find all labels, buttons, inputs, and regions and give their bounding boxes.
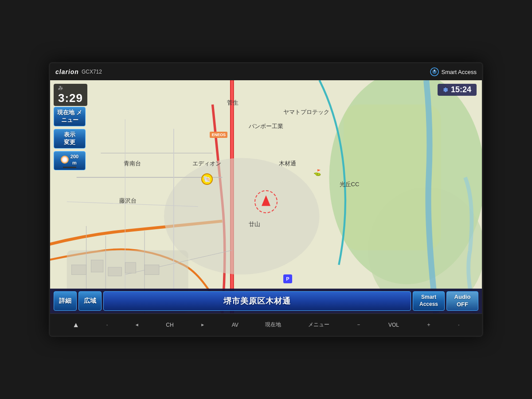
time-label: み [58, 85, 83, 91]
svg-rect-20 [125, 262, 136, 273]
av-button[interactable]: AV [232, 322, 239, 328]
smart-access-label: Smart Access [442, 69, 477, 75]
poi-golf: ⛳ [313, 169, 321, 176]
poi-parking: P [283, 274, 292, 283]
detail-wide-buttons: 詳細 広域 [54, 291, 102, 311]
ch-right-icon: ► [200, 322, 205, 327]
physical-buttons-bar: ▲ ● ◄ CH ► AV 現在地 メニュー － VOL ＋ [50, 313, 482, 336]
display-change-button[interactable]: 表示変更 [54, 129, 86, 149]
compass-icon [61, 156, 69, 164]
smart-access-button[interactable]: SmartAccess [413, 291, 445, 311]
svg-rect-21 [145, 265, 159, 274]
svg-rect-19 [108, 267, 122, 276]
brand-right: Smart Access [430, 67, 477, 76]
time-value: 3:29 [58, 91, 83, 105]
action-buttons: SmartAccess AudioOFF [413, 291, 478, 311]
screen-area: み 3:29 ❄ 15:24 菅生 青南台 エディオン 木材通 バンボー工業 ヤ… [50, 80, 482, 313]
vol-label: VOL [388, 322, 399, 328]
header-bar: clarion GCX712 Smart Access [50, 63, 482, 80]
current-location-button[interactable]: 現在地 [265, 321, 281, 329]
audio-off-button[interactable]: AudioOFF [446, 291, 478, 311]
bottom-bar: 詳細 広域 堺市美原区木材通 SmartAccess AudioOFF [50, 289, 482, 313]
poi-eneos: ENEOS [210, 132, 227, 138]
brand-left: clarion GCX712 [55, 68, 102, 75]
svg-rect-17 [72, 265, 86, 274]
position-arrow [262, 195, 270, 206]
vol-minus-button[interactable]: － [356, 321, 361, 329]
clock-display: ❄ 15:24 [438, 84, 477, 96]
left-controls: 現在地 メニュー 表示変更 200m [54, 107, 86, 170]
scale-button[interactable]: 200m [54, 151, 86, 171]
dot-right-indicator: ● [458, 324, 460, 326]
dot-left-indicator: ● [106, 324, 108, 326]
detail-button[interactable]: 詳細 [54, 291, 77, 311]
scale-value: 200m [70, 153, 78, 166]
menu-button[interactable]: メニュー [308, 321, 329, 329]
ch-left-icon: ◄ [135, 322, 139, 327]
ch-label: CH [166, 322, 173, 328]
scale-line [63, 167, 76, 168]
clock-value: 15:24 [451, 85, 471, 94]
svg-rect-18 [91, 260, 103, 272]
eject-button[interactable]: ▲ [72, 321, 79, 329]
ch-right-button[interactable]: ► [200, 322, 205, 327]
wide-button[interactable]: 広域 [78, 291, 102, 311]
device-frame: clarion GCX712 Smart Access [49, 62, 483, 337]
current-location-menu-button[interactable]: 現在地 メニュー [54, 107, 86, 126]
address-text: 堺市美原区木材通 [223, 296, 291, 306]
smart-access-icon [430, 67, 439, 76]
eject-icon: ▲ [72, 321, 79, 329]
snowflake-icon: ❄ [443, 86, 448, 94]
vol-plus-button[interactable]: ＋ [426, 321, 431, 329]
brand-logo: clarion [55, 68, 79, 75]
model-number: GCX712 [82, 69, 102, 75]
ch-left-button[interactable]: ◄ [135, 322, 139, 327]
time-display: み 3:29 [54, 84, 87, 106]
address-bar: 堺市美原区木材通 [103, 291, 411, 311]
